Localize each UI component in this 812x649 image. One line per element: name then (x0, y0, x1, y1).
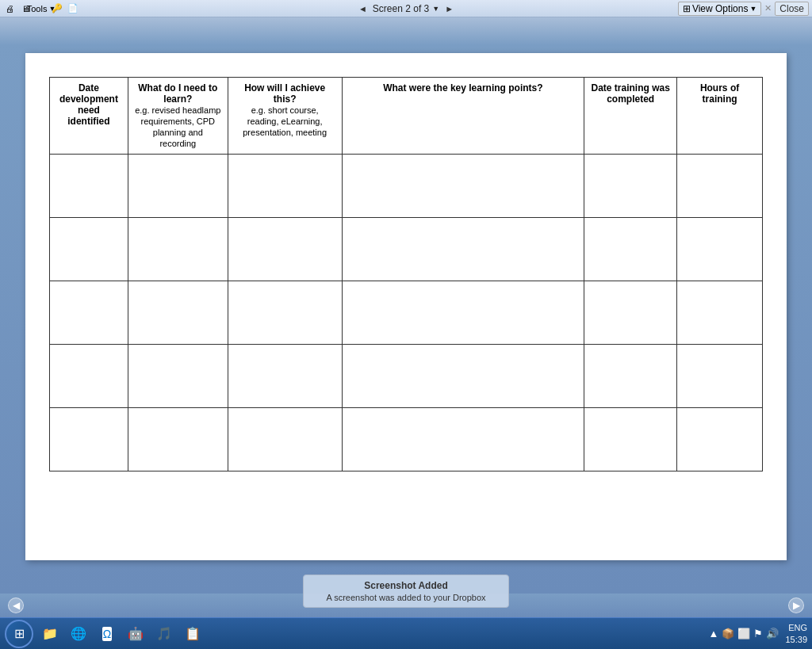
view-options-label: View Options (692, 3, 748, 14)
taskbar-left: ⊞ 📁 🌐 Ω 🤖 🎵 📋 (5, 620, 205, 648)
view-options-button[interactable]: ⊞ View Options ▼ (678, 2, 761, 16)
app5-icon: 🎵 (156, 626, 172, 641)
icon4[interactable]: 📄 (67, 2, 79, 15)
cell-date-train-4 (584, 345, 677, 408)
clock-time: 15:39 (785, 634, 807, 645)
close-label: Close (779, 3, 804, 14)
outlook-icon: Ω (102, 627, 112, 641)
icon3[interactable]: 🔑 (51, 2, 63, 15)
table-row (50, 281, 763, 345)
table-row (50, 408, 763, 471)
table-header-row: Date development need identified What do… (50, 78, 763, 155)
separator: ✕ (764, 3, 772, 13)
toolbar: 🖨 🖥 Tools ▼ 🔑 📄 ◄ Screen 2 of 3 ▼ ► ⊞ Vi… (0, 0, 812, 17)
cell-date-train-1 (584, 155, 677, 218)
taskbar-file-explorer[interactable]: 📁 (38, 622, 62, 646)
view-options-icon: ⊞ (683, 3, 691, 14)
windows-logo-icon: ⊞ (14, 626, 25, 641)
cell-hours-4 (677, 345, 763, 408)
cell-date-dev-5 (50, 408, 128, 471)
cell-achieve-2 (228, 218, 342, 281)
screen-label: Screen 2 of 3 (373, 3, 429, 14)
header-learn-subtext: e.g. revised headlamp requirements, CPD … (135, 105, 220, 148)
cell-date-dev-2 (50, 218, 128, 281)
cell-date-dev-3 (50, 281, 128, 345)
dropbox-icon[interactable]: 📦 (722, 628, 734, 639)
main-content: Date development need identified What do… (0, 45, 812, 594)
header-key-learning: What were the key learning points? (342, 78, 584, 155)
chrome-icon: 🌐 (71, 626, 86, 641)
cell-hours-5 (677, 408, 763, 471)
header-date-training: Date training was completed (584, 78, 677, 155)
cell-hours-1 (677, 155, 763, 218)
prev-page-button[interactable]: ◀ (8, 597, 24, 613)
flag-icon[interactable]: ⚑ (753, 628, 763, 639)
prev-screen-arrow[interactable]: ◄ (356, 4, 370, 13)
cell-date-train-3 (584, 281, 677, 345)
table-row (50, 345, 763, 408)
time-display: ENG 15:39 (785, 622, 807, 645)
taskbar-chrome[interactable]: 🌐 (67, 622, 90, 646)
header-date-development: Date development need identified (50, 78, 128, 155)
cell-key-2 (342, 218, 584, 281)
windows-action-center[interactable]: ⬜ (737, 628, 750, 639)
file-explorer-icon: 📁 (42, 626, 58, 641)
app4-icon: 🤖 (128, 626, 144, 641)
cell-achieve-3 (228, 281, 342, 345)
toast-notification: Screenshot Added A screenshot was added … (303, 575, 509, 608)
screen-dropdown-arrow[interactable]: ▼ (432, 5, 439, 13)
taskbar-outlook[interactable]: Ω (95, 622, 119, 646)
close-button[interactable]: Close (775, 2, 809, 16)
blue-spacer (0, 17, 812, 45)
system-icons: ▲ 📦 ⬜ ⚑ 🔊 (709, 628, 779, 639)
next-screen-arrow[interactable]: ► (442, 4, 456, 13)
cell-date-train-5 (584, 408, 677, 471)
language-label: ENG (785, 622, 807, 633)
header-what-learn: What do I need to learn? e.g. revised he… (128, 78, 228, 155)
header-achieve-subtext: e.g. short course, reading, eLearning, p… (243, 105, 327, 137)
cell-date-dev-1 (50, 155, 128, 218)
cell-key-5 (342, 408, 584, 471)
cell-key-4 (342, 345, 584, 408)
show-hidden-icons[interactable]: ▲ (709, 628, 719, 639)
taskbar-app4[interactable]: 🤖 (124, 622, 147, 646)
taskbar: ⊞ 📁 🌐 Ω 🤖 🎵 📋 ▲ 📦 ⬜ ⚑ 🔊 ENG (0, 617, 812, 649)
toolbar-right: ⊞ View Options ▼ ✕ Close (678, 2, 812, 16)
table-row (50, 155, 763, 218)
cell-hours-2 (677, 218, 763, 281)
document: Date development need identified What do… (25, 53, 787, 560)
taskbar-app5[interactable]: 🎵 (152, 622, 176, 646)
cell-achieve-5 (228, 408, 342, 471)
header-hours-training: Hours of training (677, 78, 763, 155)
cell-hours-3 (677, 281, 763, 345)
table-row (50, 218, 763, 281)
cell-learn-1 (128, 155, 228, 218)
print-icon[interactable]: 🖨 (3, 2, 16, 15)
view-options-arrow: ▼ (749, 5, 756, 13)
toast-title: Screenshot Added (316, 580, 496, 591)
tools-menu[interactable]: Tools ▼ (35, 2, 48, 15)
cell-learn-5 (128, 408, 228, 471)
cell-learn-2 (128, 218, 228, 281)
screen-navigation: ◄ Screen 2 of 3 ▼ ► (356, 3, 456, 14)
cpd-table: Date development need identified What do… (49, 77, 763, 471)
next-page-button[interactable]: ▶ (788, 597, 804, 613)
cell-learn-3 (128, 281, 228, 345)
cell-date-dev-4 (50, 345, 128, 408)
volume-icon[interactable]: 🔊 (766, 628, 779, 639)
windows-start-button[interactable]: ⊞ (5, 620, 33, 648)
app6-icon: 📋 (185, 626, 201, 641)
cell-achieve-1 (228, 155, 342, 218)
cell-achieve-4 (228, 345, 342, 408)
toast-message: A screenshot was added to your Dropbox (316, 593, 496, 602)
taskbar-right: ▲ 📦 ⬜ ⚑ 🔊 ENG 15:39 (709, 622, 807, 645)
header-how-achieve: How will I achieve this? e.g. short cour… (228, 78, 342, 155)
cell-learn-4 (128, 345, 228, 408)
cell-key-1 (342, 155, 584, 218)
cell-key-3 (342, 281, 584, 345)
toolbar-left: 🖨 🖥 Tools ▼ 🔑 📄 (0, 2, 79, 15)
taskbar-app6[interactable]: 📋 (181, 622, 205, 646)
cell-date-train-2 (584, 218, 677, 281)
tools-label: Tools (27, 4, 48, 13)
